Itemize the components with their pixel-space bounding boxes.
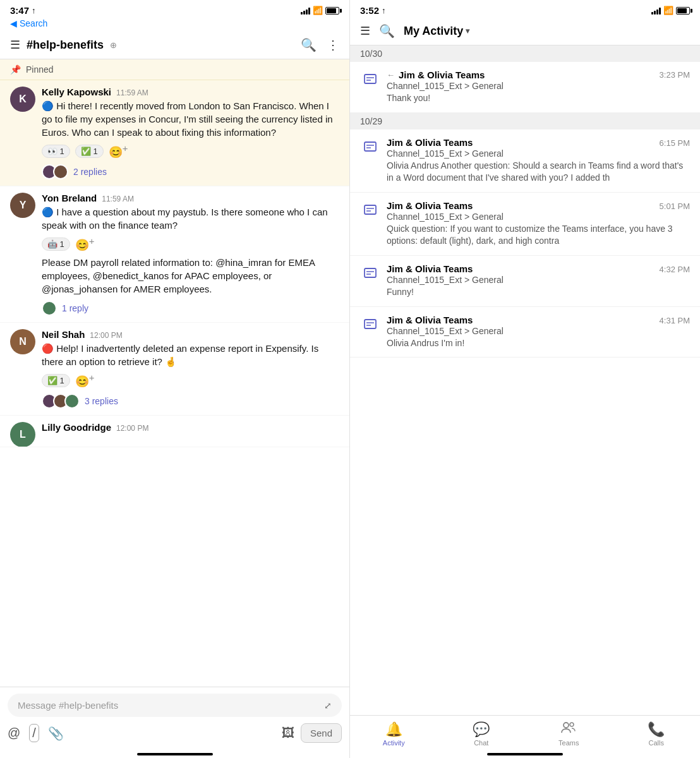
activity-content-1: ← Jim & Olivia Teams 3:23 PM Channel_101… [387,69,690,105]
attachment-icon[interactable]: 📎 [48,726,64,741]
reply-avatars-neil [42,394,80,409]
status-bar-right: 3:52 ↑ 📶 [350,0,700,18]
svg-rect-12 [365,320,376,328]
add-reaction-kelly[interactable]: 😊+ [109,143,128,159]
right-panel: 3:52 ↑ 📶 ☰ 🔍 My Activity ▾ 10/30 [350,0,700,758]
svg-rect-6 [365,205,376,214]
activity-channel-4: Channel_1015_Ext > General [387,275,690,285]
tab-activity[interactable]: 🔔 Activity [350,721,438,747]
more-options-icon[interactable]: ⋮ [327,37,339,52]
author-line-neil: Neil Shah 12:00 PM [42,329,339,340]
reaction-check-neil[interactable]: ✅ 1 [42,374,70,387]
pinned-banner[interactable]: 📌 Pinned [0,59,349,80]
activity-time-4: 4:32 PM [660,265,690,274]
activity-title[interactable]: My Activity ▾ [404,25,469,38]
teams-tab-label: Teams [558,739,579,747]
activity-title-row-2: Jim & Olivia Teams 6:15 PM [387,137,690,148]
time-kelly: 11:59 AM [116,88,148,97]
hamburger-icon-right[interactable]: ☰ [360,24,370,38]
reaction-robot[interactable]: 🤖 1 [42,238,70,251]
activity-preview-2: Olivia Andrus Another question: Should a… [387,160,690,184]
replies-yon[interactable]: 1 reply [42,301,339,316]
replies-link-neil[interactable]: 3 replies [85,396,118,406]
avatar-kelly: K [10,87,35,112]
back-arrow: ◀ [10,18,17,28]
tab-teams[interactable]: Teams [525,721,613,747]
image-icon[interactable]: 🖼 [282,726,294,740]
time-yon: 11:59 AM [102,195,134,203]
avatar-neil: N [10,329,35,354]
author-neil: Neil Shah [42,329,85,340]
slash-icon[interactable]: / [29,724,39,742]
hamburger-icon[interactable]: ☰ [10,38,20,52]
author-kelly: Kelly Kapowski [42,87,111,97]
activity-title-row-5: Jim & Olivia Teams 4:31 PM [387,315,690,325]
svg-rect-3 [365,142,376,151]
activity-item-2[interactable]: Jim & Olivia Teams 6:15 PM Channel_1015_… [350,129,700,193]
message-header-lilly: L Lilly Goodridge 12:00 PM [10,422,339,447]
chat-tab-icon: 💬 [473,721,490,738]
activity-time-5: 4:31 PM [660,316,690,325]
activity-time-3: 5:01 PM [660,202,690,211]
search-icon[interactable]: 🔍 [301,37,317,52]
home-indicator-right [350,749,700,758]
activity-tab-label: Activity [383,739,405,747]
activity-time-1: 3:23 PM [660,70,690,80]
svg-point-16 [570,723,574,726]
wifi-icon-right: 📶 [663,6,673,15]
location-icon-right: ↑ [382,6,386,15]
reaction-eyes[interactable]: 👀 1 [42,145,70,158]
activity-content-3: Jim & Olivia Teams 5:01 PM Channel_1015_… [387,200,690,248]
tab-chat[interactable]: 💬 Chat [438,721,526,747]
activity-preview-5: Olivia Andrus I'm in! [387,337,690,350]
reply-avatars-kelly [42,164,68,179]
message-header-yon: Y Yon Breland 11:59 AM 🔵 I have a questi… [10,193,339,252]
replies-link-yon[interactable]: 1 reply [62,303,88,313]
replies-kelly[interactable]: 2 replies [42,164,339,179]
search-icon-right[interactable]: 🔍 [379,23,395,39]
toolbar-right: 🖼 Send [282,723,342,743]
send-button[interactable]: Send [301,723,342,743]
reactions-neil: ✅ 1 😊+ [42,372,339,388]
channel-name: #help-benefits [27,39,104,52]
reactions-yon: 🤖 1 😊+ [42,236,339,252]
messages-area[interactable]: K Kelly Kapowski 11:59 AM 🔵 Hi there! I … [0,80,349,687]
message-header-kelly: K Kelly Kapowski 11:59 AM 🔵 Hi there! I … [10,87,339,179]
author-lilly: Lilly Goodridge [42,422,111,433]
add-reaction-yon[interactable]: 😊+ [75,236,95,252]
activity-channel-2: Channel_1015_Ext > General [387,148,690,159]
back-search[interactable]: ◀ Search [10,18,339,28]
svg-rect-9 [365,268,376,277]
home-bar-left [137,753,213,755]
pinned-label: Pinned [26,64,54,75]
activity-item-3[interactable]: Jim & Olivia Teams 5:01 PM Channel_1015_… [350,193,700,256]
activity-header: ☰ 🔍 My Activity ▾ [350,18,700,45]
message-item-neil: N Neil Shah 12:00 PM 🔴 Help! I inadverte… [0,323,349,416]
activity-item-5[interactable]: Jim & Olivia Teams 4:31 PM Channel_1015_… [350,307,700,358]
activity-item[interactable]: ← Jim & Olivia Teams 3:23 PM Channel_101… [350,62,700,113]
team-name-2: Jim & Olivia Teams [387,137,473,148]
text-kelly: 🔵 Hi there! I recently moved from London… [42,99,339,139]
message-content-yon: Yon Breland 11:59 AM 🔵 I have a question… [42,193,339,252]
search-label[interactable]: Search [20,18,47,28]
message-input-field[interactable]: Message #help-benefits ⤢ [8,694,342,717]
activity-icon-4 [360,263,380,284]
reaction-check[interactable]: ✅ 1 [75,145,104,158]
at-icon[interactable]: @ [8,726,20,740]
activity-feed[interactable]: 10/30 ← Jim & Olivia Teams 3:23 PM C [350,45,700,715]
reply-avatars-yon [42,301,57,316]
back-search-bar[interactable]: ◀ Search [0,18,349,32]
payroll-text: Please DM payroll related information to… [42,256,339,296]
add-reaction-neil[interactable]: 😊+ [75,372,95,388]
expand-icon[interactable]: ⤢ [324,701,332,711]
date-separator-1030: 10/30 [350,45,700,62]
wifi-icon-left: 📶 [313,6,323,15]
replies-link-kelly[interactable]: 2 replies [73,167,107,177]
tab-calls[interactable]: 📞 Calls [613,721,701,747]
replies-neil[interactable]: 3 replies [42,394,339,409]
message-content-kelly: Kelly Kapowski 11:59 AM 🔵 Hi there! I re… [42,87,339,179]
activity-content-5: Jim & Olivia Teams 4:31 PM Channel_1015_… [387,315,690,350]
activity-item-4[interactable]: Jim & Olivia Teams 4:32 PM Channel_1015_… [350,256,700,307]
my-activity-label: My Activity [404,25,463,38]
signal-bars-right [651,7,661,15]
